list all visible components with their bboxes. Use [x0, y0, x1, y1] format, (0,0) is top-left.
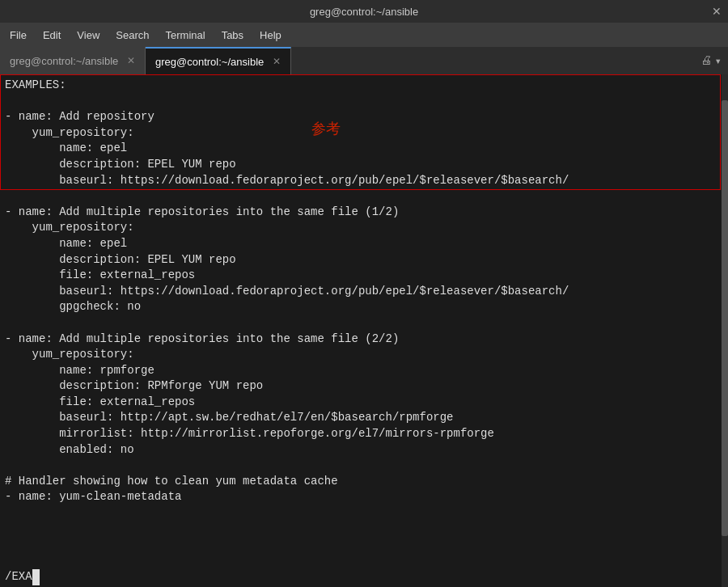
tab-2-close[interactable]: ✕ [273, 56, 281, 67]
dropdown-icon[interactable]: ▾ [715, 54, 722, 68]
tab-bar: greg@control:~/ansible ✕ greg@control:~/… [0, 47, 728, 74]
menu-file[interactable]: File [3, 27, 33, 43]
tab-1[interactable]: greg@control:~/ansible ✕ [0, 47, 146, 74]
annotation-text: 参考 [311, 119, 341, 139]
save-session-icon[interactable]: 🖨 [700, 54, 712, 68]
tab-2-label: greg@control:~/ansible [155, 56, 264, 68]
menu-search[interactable]: Search [109, 27, 155, 43]
menu-tabs[interactable]: Tabs [215, 27, 250, 43]
close-button[interactable]: ✕ [712, 5, 722, 18]
title-bar-text: greg@control:~/ansible [310, 6, 418, 18]
menu-terminal[interactable]: Terminal [159, 27, 212, 43]
command-input[interactable]: /EXA [5, 570, 40, 583]
terminal-text: EXAMPLES: - name: Add repository yum_rep… [5, 78, 723, 505]
menu-view[interactable]: View [70, 27, 106, 43]
menu-edit[interactable]: Edit [36, 27, 67, 43]
scrollbar-thumb[interactable] [722, 100, 728, 536]
scrollbar[interactable] [722, 74, 728, 587]
tab-bar-icons: 🖨 ▾ [700, 54, 722, 68]
menu-bar: File Edit View Search Terminal Tabs Help [0, 23, 728, 47]
terminal-content: EXAMPLES: - name: Add repository yum_rep… [0, 74, 728, 587]
tab-2[interactable]: greg@control:~/ansible ✕ [146, 47, 291, 74]
menu-help[interactable]: Help [253, 27, 288, 43]
tab-1-close[interactable]: ✕ [127, 55, 135, 66]
cursor [32, 569, 40, 585]
tab-1-label: greg@control:~/ansible [10, 55, 118, 67]
title-bar: greg@control:~/ansible ✕ [0, 0, 728, 23]
